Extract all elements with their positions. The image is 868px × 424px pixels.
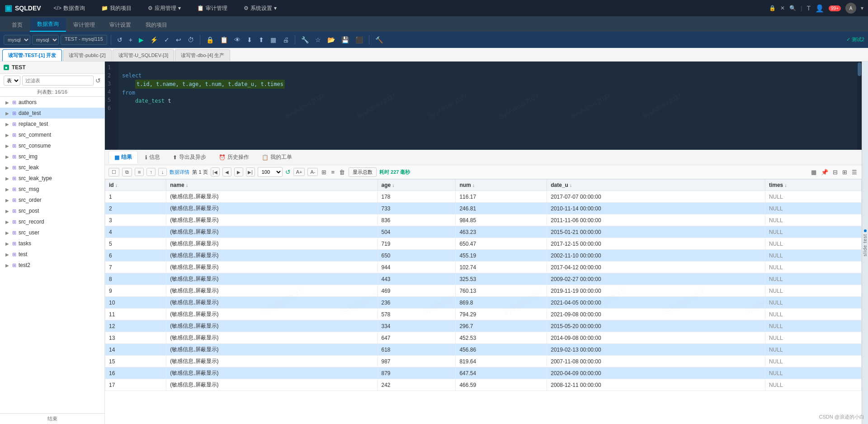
cell-date_u-7[interactable]: 2017-04-12 00:00:00 (547, 262, 765, 273)
sidebar-item-src-comment[interactable]: ▶ ⊞ src_comment (0, 129, 104, 140)
table-row[interactable]: 9(敏感信息,屏蔽显示)469760.132019-11-19 00:00:00… (105, 285, 862, 297)
cell-num-13[interactable]: 452.53 (456, 332, 547, 344)
cell-id-17[interactable]: 17 (105, 379, 166, 391)
cell-age-16[interactable]: 879 (377, 367, 456, 379)
cell-name-13[interactable]: (敏感信息,屏蔽显示) (166, 332, 377, 344)
print-btn[interactable]: 🖨 (280, 35, 291, 45)
sidebar-item-tasks[interactable]: ▶ ⊞ tasks (0, 238, 104, 249)
cell-times-11[interactable]: NULL (765, 309, 861, 320)
cell-name-11[interactable]: (敏感信息,屏蔽显示) (166, 309, 377, 320)
col-date-u[interactable]: date_u ↓ (547, 180, 765, 191)
cell-age-9[interactable]: 469 (377, 285, 456, 297)
nav-app-mgmt[interactable]: ⚙ 应用管理 ▾ (144, 3, 184, 14)
conn-tab-usqldev[interactable]: 读写管-U_SQLDEV-[3] (113, 49, 175, 61)
cell-times-2[interactable]: NULL (765, 203, 861, 214)
cell-name-14[interactable]: (敏感信息,屏蔽显示) (166, 344, 377, 356)
refresh-btn[interactable]: ↺ (115, 35, 125, 45)
cell-id-13[interactable]: 13 (105, 332, 166, 344)
sidebar-item-src-leak-type[interactable]: ▶ ⊞ src_leak_type (0, 173, 104, 184)
font-icon[interactable]: T (807, 5, 811, 12)
sql-editor[interactable]: 1 2 3 4 5 6 select t.id, t.name, t.age, … (105, 62, 862, 150)
refresh-results-icon[interactable]: ↺ (285, 168, 291, 176)
cell-name-1[interactable]: (敏感信息,屏蔽显示) (166, 191, 377, 203)
table-row[interactable]: 3(敏感信息,屏蔽显示)836984.852011-11-06 00:00:00… (105, 214, 862, 226)
cell-times-10[interactable]: NULL (765, 297, 861, 309)
cell-age-17[interactable]: 242 (377, 379, 456, 391)
cell-times-13[interactable]: NULL (765, 332, 861, 344)
cell-num-12[interactable]: 296.7 (456, 320, 547, 332)
col-name[interactable]: name ↓ (166, 180, 377, 191)
right-collapse-panel[interactable]: slide test (862, 62, 868, 424)
cell-id-10[interactable]: 10 (105, 297, 166, 309)
table-row[interactable]: 6(敏感信息,屏蔽显示)650455.192002-11-10 00:00:00… (105, 250, 862, 262)
lock-icon[interactable]: 🔒 (769, 5, 776, 11)
run-partial-btn[interactable]: ⚡ (148, 35, 160, 45)
cell-id-15[interactable]: 15 (105, 356, 166, 367)
history-btn[interactable]: ⏱ (185, 35, 196, 45)
cell-name-9[interactable]: (敏感信息,屏蔽显示) (166, 285, 377, 297)
sidebar-refresh-btn[interactable]: ↺ (95, 77, 101, 84)
cell-date_u-6[interactable]: 2002-11-10 00:00:00 (547, 250, 765, 262)
cell-id-9[interactable]: 9 (105, 285, 166, 297)
filter-btn[interactable]: ≡ (135, 168, 144, 176)
editor-code-area[interactable]: select t.id, t.name, t.age, t.num, t.dat… (118, 62, 862, 150)
pin-btn[interactable]: 📌 (820, 168, 829, 176)
split-h-btn[interactable]: ⊟ (832, 168, 839, 176)
sidebar-item-src-img[interactable]: ▶ ⊞ src_img (0, 151, 104, 162)
tab-home[interactable]: 首页 (5, 19, 30, 32)
conn-tab-test-dev[interactable]: 读写管-TEST-[1] 开发 (2, 49, 62, 61)
cell-id-3[interactable]: 3 (105, 214, 166, 226)
last-page-btn[interactable]: ▶| (246, 167, 255, 176)
table-row[interactable]: 13(敏感信息,屏蔽显示)647452.532014-09-08 00:00:0… (105, 332, 862, 344)
table-row[interactable]: 14(敏感信息,屏蔽显示)618456.862019-02-13 00:00:0… (105, 344, 862, 356)
cell-age-7[interactable]: 944 (377, 262, 456, 273)
delete-row-btn[interactable]: 🗑 (338, 168, 346, 176)
cell-date_u-11[interactable]: 2021-09-08 00:00:00 (547, 309, 765, 320)
cell-times-16[interactable]: NULL (765, 367, 861, 379)
table-view-btn[interactable]: ▦ (810, 168, 817, 176)
view-btn[interactable]: 👁 (232, 35, 243, 45)
result-tab-history[interactable]: ⏰ 历史操作 (213, 151, 255, 163)
cell-id-16[interactable]: 16 (105, 367, 166, 379)
nav-my-projects[interactable]: 📁 我的项目 (98, 3, 135, 14)
cell-date_u-15[interactable]: 2007-11-08 00:00:00 (547, 356, 765, 367)
col-num[interactable]: num ↓ (456, 180, 547, 191)
user-avatar[interactable]: A (845, 3, 856, 14)
test-connection-btn[interactable]: ✓ 测试2 (846, 36, 864, 43)
editor-scrollbar-thumb[interactable] (858, 62, 861, 76)
cell-times-6[interactable]: NULL (765, 250, 861, 262)
cell-times-3[interactable]: NULL (765, 214, 861, 226)
sidebar-item-authors[interactable]: ▶ ⊞ authors (0, 97, 104, 108)
cell-date_u-4[interactable]: 2015-01-21 00:00:00 (547, 226, 765, 238)
cell-date_u-13[interactable]: 2014-09-08 00:00:00 (547, 332, 765, 344)
sort-asc-btn[interactable]: ↑ (146, 168, 156, 176)
db-connection-name[interactable]: TEST - mysql115 (61, 35, 107, 45)
cell-date_u-10[interactable]: 2021-04-05 00:00:00 (547, 297, 765, 309)
cell-date_u-5[interactable]: 2017-12-15 00:00:00 (547, 238, 765, 250)
cell-date_u-2[interactable]: 2010-11-14 00:00:00 (547, 203, 765, 214)
cell-name-6[interactable]: (敏感信息,屏蔽显示) (166, 250, 377, 262)
show-total-btn[interactable]: 显示总数 (349, 167, 377, 177)
conn-tab-public[interactable]: 读写管-public-[2] (63, 49, 111, 61)
tools-btn[interactable]: 🔧 (299, 35, 311, 45)
sidebar-item-src-user[interactable]: ▶ ⊞ src_user (0, 227, 104, 238)
sidebar-item-src-order[interactable]: ▶ ⊞ src_order (0, 195, 104, 205)
tab-audit-settings[interactable]: 审计设置 (102, 19, 138, 32)
nav-audit-mgmt[interactable]: 📋 审计管理 (193, 3, 231, 14)
result-tab-export[interactable]: ⬆ 导出及异步 (167, 151, 212, 163)
cell-age-12[interactable]: 334 (377, 320, 456, 332)
table-row[interactable]: 16(敏感信息,屏蔽显示)879647.542020-04-09 00:00:0… (105, 367, 862, 379)
cell-name-12[interactable]: (敏感信息,屏蔽显示) (166, 320, 377, 332)
cell-id-6[interactable]: 6 (105, 250, 166, 262)
cell-name-4[interactable]: (敏感信息,屏蔽显示) (166, 226, 377, 238)
list-view-btn[interactable]: ☰ (851, 168, 858, 176)
cell-age-1[interactable]: 178 (377, 191, 456, 203)
table-row[interactable]: 15(敏感信息,屏蔽显示)987819.642007-11-08 00:00:0… (105, 356, 862, 367)
cell-date_u-17[interactable]: 2008-12-11 00:00:00 (547, 379, 765, 391)
cell-num-17[interactable]: 466.59 (456, 379, 547, 391)
sidebar-item-replace-test[interactable]: ▶ ⊞ replace_test (0, 119, 104, 129)
cell-age-14[interactable]: 618 (377, 344, 456, 356)
tab-my-projects[interactable]: 我的项目 (138, 19, 175, 32)
conn-tab-dbo-prod[interactable]: 读写管-dbo-[4] 生产 (175, 49, 230, 61)
cell-num-15[interactable]: 819.64 (456, 356, 547, 367)
